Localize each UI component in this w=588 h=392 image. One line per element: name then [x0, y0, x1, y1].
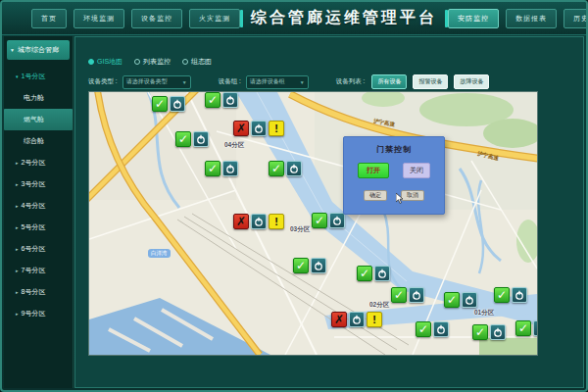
check-icon: ✓	[175, 131, 191, 147]
cancel-button[interactable]: 取消	[401, 190, 424, 201]
warning-icon: !	[269, 214, 284, 229]
power-icon	[251, 121, 267, 136]
sidebar-item-3[interactable]: 综合舱	[4, 130, 73, 152]
device-marker-normal[interactable]: ✓	[175, 131, 209, 147]
warning-icon: !	[367, 312, 382, 327]
sidebar-item-1[interactable]: 电力舱	[4, 87, 73, 109]
zone-label-2: 02分区	[369, 301, 389, 310]
nav-right: 安防监控数据报表历史查询用户管理	[448, 9, 588, 28]
sidebar-item-0[interactable]: ▾1号分区	[4, 66, 73, 87]
sidebar-item-9[interactable]: ▸7号分区	[4, 260, 73, 281]
sidebar-item-7[interactable]: ▸5号分区	[4, 217, 73, 238]
device-marker-normal[interactable]: ✓	[391, 287, 424, 303]
nav-left-item-2[interactable]: 设备监控	[131, 9, 182, 28]
caret-down-icon: ▾	[16, 74, 19, 79]
title-accent-left-icon	[240, 10, 243, 27]
device-marker-normal[interactable]: ✓	[444, 292, 477, 308]
device-type-label: 设备类型 :	[88, 77, 118, 86]
power-icon	[329, 213, 345, 228]
device-filter-button-2[interactable]: 故障设备	[454, 74, 489, 89]
device-marker-alarm[interactable]: ✗!	[233, 214, 284, 229]
nav-right-item-0[interactable]: 安防监控	[448, 9, 499, 28]
device-marker-normal[interactable]: ✓	[472, 324, 506, 340]
device-marker-normal[interactable]: ✓	[515, 320, 538, 336]
caret-down-icon: ▼	[10, 47, 15, 53]
device-list-filter-buttons: 所有设备报警设备故障设备	[371, 74, 489, 89]
device-filter-button-0[interactable]: 所有设备	[371, 74, 407, 89]
sidebar-item-label: 综合舱	[24, 136, 44, 146]
device-marker-normal[interactable]: ✓	[494, 287, 527, 303]
view-mode-label: 列表监控	[143, 57, 171, 67]
check-icon: ✓	[357, 266, 372, 281]
sidebar-item-label: 6号分区	[22, 244, 46, 254]
nav-left-item-0[interactable]: 首页	[31, 9, 67, 28]
sidebar-root-node[interactable]: ▼ 城市综合管廊	[7, 40, 70, 60]
device-marker-normal[interactable]: ✓	[205, 161, 238, 176]
device-marker-normal[interactable]: ✓	[416, 321, 449, 337]
check-icon: ✓	[416, 321, 431, 337]
device-marker-normal[interactable]: ✓	[152, 96, 185, 112]
check-icon: ✓	[472, 324, 488, 340]
main-panel: GIS地图列表监控组态图 设备类型 : 请选择设备类型 ▼ 设备组 : 请选择设…	[74, 36, 584, 388]
device-marker-normal[interactable]: ✓	[312, 213, 345, 228]
sidebar-item-5[interactable]: ▸3号分区	[4, 173, 73, 195]
caret-right-icon: ▸	[16, 289, 19, 295]
device-marker-normal[interactable]: ✓	[357, 266, 390, 281]
device-marker-alarm[interactable]: ✗!	[331, 312, 382, 327]
error-x-icon: ✗	[233, 121, 249, 136]
map-canvas[interactable]: 门禁控制 打开 关闭 确定 取消 ✓✓✗!✓✓✓✗!✓✓✓✓✓✓✗!✓✓✓04分…	[88, 91, 538, 356]
view-mode-radio-0[interactable]: GIS地图	[88, 57, 122, 67]
ok-button[interactable]: 确定	[364, 190, 387, 201]
check-icon: ✓	[205, 92, 220, 108]
error-x-icon: ✗	[331, 312, 347, 327]
top-bar: 首页环境监测设备监控火灾监测 综合管廊运维管理平台 安防监控数据报表历史查询用户…	[2, 2, 586, 35]
nav-left-item-1[interactable]: 环境监测	[74, 9, 124, 28]
check-icon: ✓	[269, 161, 284, 176]
dialog-confirm-row: 确定 取消	[344, 190, 444, 201]
sidebar-item-8[interactable]: ▸6号分区	[4, 238, 73, 260]
sidebar-item-label: 3号分区	[22, 179, 46, 189]
access-control-dialog: 门禁控制 打开 关闭 确定 取消	[343, 136, 445, 215]
check-icon: ✓	[391, 287, 407, 303]
caret-right-icon: ▸	[16, 160, 19, 166]
sidebar-item-4[interactable]: ▸2号分区	[4, 152, 73, 173]
sidebar-root-label: 城市综合管廊	[18, 45, 59, 55]
device-filter-button-1[interactable]: 报警设备	[413, 74, 448, 89]
power-icon	[349, 312, 365, 327]
nav-left-item-3[interactable]: 火灾监测	[189, 9, 240, 28]
device-group-select[interactable]: 请选择设备组 ▼	[246, 75, 309, 89]
sidebar-item-11[interactable]: ▸9号分区	[4, 303, 73, 324]
sidebar-item-2[interactable]: 燃气舱	[4, 109, 73, 130]
power-icon	[462, 292, 477, 308]
zone-label-3: 01分区	[474, 309, 494, 318]
power-icon	[222, 161, 238, 176]
device-marker-normal[interactable]: ✓	[293, 258, 326, 273]
zone-label-0: 04分区	[224, 141, 244, 150]
app-title-wrap: 综合管廊运维管理平台	[240, 8, 448, 28]
device-marker-normal[interactable]: ✓	[205, 92, 238, 108]
device-marker-alarm[interactable]: ✗!	[233, 121, 284, 136]
view-mode-label: 组态图	[191, 57, 212, 67]
check-icon: ✓	[152, 96, 168, 112]
page-title: 综合管廊运维管理平台	[251, 8, 437, 28]
warning-icon: !	[269, 121, 284, 136]
device-type-select[interactable]: 请选择设备类型 ▼	[122, 75, 191, 89]
nav-left: 首页环境监测设备监控火灾监测	[31, 9, 240, 28]
device-marker-normal[interactable]: ✓	[269, 161, 302, 176]
view-mode-label: GIS地图	[97, 57, 122, 67]
sidebar-item-label: 4号分区	[22, 201, 46, 211]
radio-icon	[88, 59, 94, 65]
nav-right-item-2[interactable]: 历史查询	[564, 9, 588, 28]
nav-right-item-1[interactable]: 数据报表	[506, 9, 557, 28]
water-label-0: 白洋湾	[148, 249, 171, 258]
sidebar-item-10[interactable]: ▸8号分区	[4, 281, 73, 303]
view-mode-radio-1[interactable]: 列表监控	[134, 57, 171, 67]
sidebar-item-label: 8号分区	[22, 287, 46, 297]
sidebar-item-label: 7号分区	[22, 266, 46, 275]
door-open-button[interactable]: 打开	[358, 163, 389, 178]
power-icon	[222, 92, 238, 108]
dialog-action-row: 打开 关闭	[344, 163, 444, 178]
view-mode-radio-2[interactable]: 组态图	[182, 57, 212, 67]
sidebar-item-6[interactable]: ▸4号分区	[4, 195, 73, 217]
door-close-button[interactable]: 关闭	[403, 163, 430, 178]
